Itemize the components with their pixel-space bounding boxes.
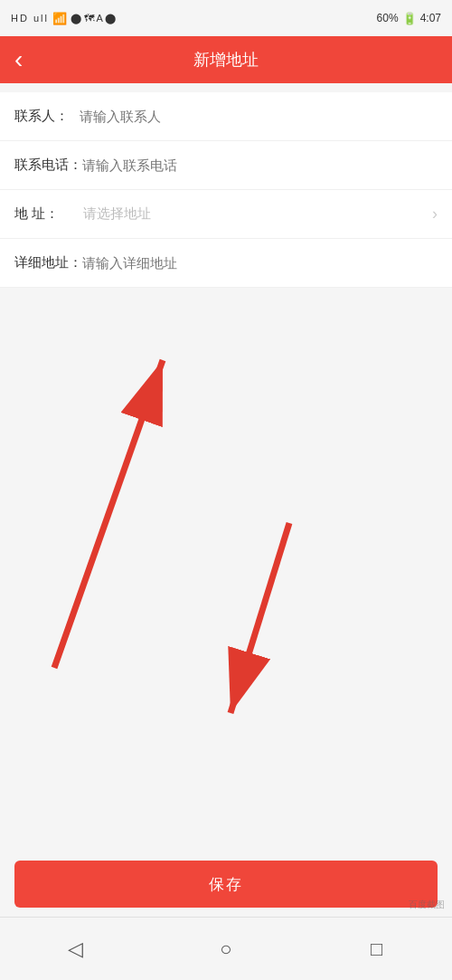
back-nav-icon[interactable]: ◁ (57, 931, 93, 967)
battery-text: 60% (377, 12, 399, 24)
address-left: 地 址： 请选择地址 (14, 205, 151, 223)
address-label: 地 址： (14, 205, 83, 223)
navbar-title: 新增地址 (193, 49, 259, 71)
arrows-svg (0, 288, 452, 813)
bottom-nav: ◁ ○ □ (0, 917, 452, 980)
arrow-area (0, 288, 452, 813)
status-right: 60% 🔋 4:07 (377, 12, 441, 25)
phone-row: 联系电话： (0, 141, 452, 190)
save-button[interactable]: 保存 (14, 861, 438, 908)
form-area: 联系人： 联系电话： 地 址： 请选择地址 › 详细地址： (0, 92, 452, 288)
detail-label: 详细地址： (14, 254, 82, 271)
home-nav-icon[interactable]: ○ (208, 931, 244, 967)
time-text: 4:07 (420, 12, 441, 24)
detail-row: 详细地址： (0, 239, 452, 288)
svg-line-3 (231, 523, 289, 713)
app-icons: ⬤ 🗺 A ⬤ (71, 13, 116, 24)
contact-input[interactable] (80, 109, 438, 124)
status-left: HD ull 📶 ⬤ 🗺 A ⬤ (11, 12, 116, 25)
status-bar: HD ull 📶 ⬤ 🗺 A ⬤ 60% 🔋 4:07 (0, 0, 452, 36)
address-row[interactable]: 地 址： 请选择地址 › (0, 190, 452, 239)
phone-input[interactable] (82, 157, 438, 173)
svg-line-2 (54, 360, 163, 668)
back-button[interactable]: ‹ (14, 45, 23, 74)
watermark: 百度截图 (409, 899, 445, 911)
contact-label: 联系人： (14, 108, 80, 125)
save-button-container: 保存 (14, 861, 438, 908)
contact-row: 联系人： (0, 92, 452, 141)
phone-label: 联系电话： (14, 157, 82, 174)
address-placeholder: 请选择地址 (83, 205, 151, 223)
detail-input[interactable] (82, 255, 438, 271)
recent-nav-icon[interactable]: □ (359, 931, 395, 967)
navbar: ‹ 新增地址 (0, 36, 452, 83)
notification-icons: HD ull (11, 13, 49, 24)
chevron-right-icon: › (432, 205, 438, 224)
wifi-icon: 📶 (52, 12, 67, 25)
battery-icon: 🔋 (402, 12, 417, 25)
